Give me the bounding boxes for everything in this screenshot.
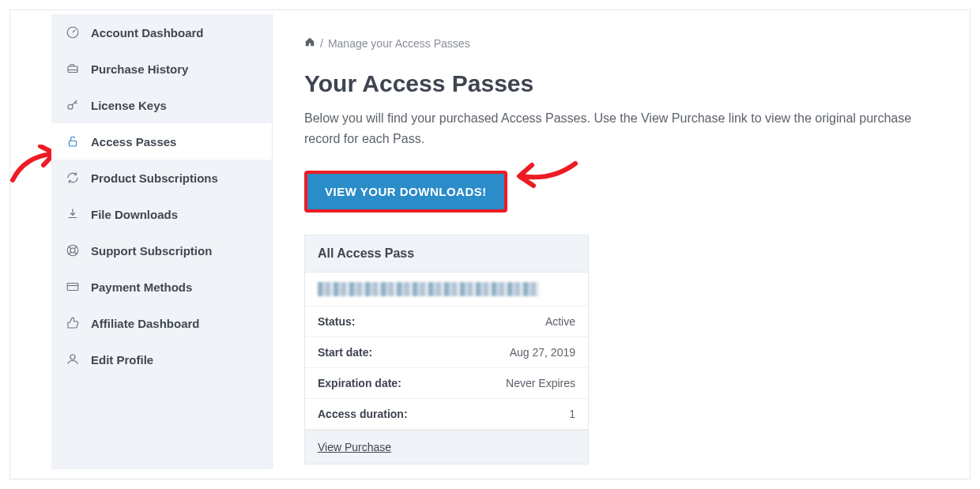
breadcrumb: / Manage your Access Passes (304, 36, 929, 50)
sidebar-item-access-passes[interactable]: Access Passes (51, 123, 272, 160)
cash-register-icon (66, 62, 80, 76)
sidebar-item-account-dashboard[interactable]: Account Dashboard (51, 14, 272, 51)
sidebar-item-label: Support Subscription (91, 244, 212, 258)
main-content: / Manage your Access Passes Your Access … (273, 14, 960, 469)
sidebar-item-label: File Downloads (91, 208, 178, 221)
page-title: Your Access Passes (304, 70, 929, 97)
key-icon (66, 98, 80, 112)
unlock-icon (66, 134, 80, 149)
pass-start-value: Aug 27, 2019 (510, 346, 575, 359)
sidebar-item-purchase-history[interactable]: Purchase History (51, 51, 272, 87)
pass-card-title: All Access Pass (305, 235, 588, 273)
user-icon (66, 352, 80, 367)
sidebar-nav: Account Dashboard Purchase History Licen… (51, 14, 273, 469)
credit-card-icon (66, 280, 80, 294)
svg-rect-6 (67, 284, 78, 291)
sidebar-item-file-downloads[interactable]: File Downloads (51, 196, 272, 232)
pass-status-value: Active (545, 315, 575, 328)
sidebar-item-label: Account Dashboard (91, 26, 204, 39)
sidebar-item-license-keys[interactable]: License Keys (51, 87, 272, 123)
breadcrumb-current: Manage your Access Passes (328, 37, 470, 50)
view-downloads-button[interactable]: VIEW YOUR DOWNLOADS! (307, 174, 504, 209)
pass-exp-label: Expiration date: (318, 377, 401, 389)
sidebar-item-support-subscription[interactable]: Support Subscription (51, 232, 272, 269)
svg-point-2 (68, 104, 73, 109)
sidebar-item-label: Access Passes (91, 135, 176, 149)
sidebar-item-label: License Keys (91, 99, 167, 112)
sidebar-item-label: Affiliate Dashboard (91, 317, 200, 330)
access-pass-card: All Access Pass Status: Active Start dat… (304, 235, 589, 465)
download-icon (66, 207, 80, 221)
page-description: Below you will find your purchased Acces… (304, 108, 929, 149)
svg-rect-1 (68, 66, 77, 73)
svg-point-5 (70, 248, 75, 253)
lifebuoy-icon (66, 243, 80, 258)
cta-highlight-box: VIEW YOUR DOWNLOADS! (304, 171, 507, 213)
pass-dur-label: Access duration: (318, 408, 408, 420)
pass-id-row (305, 273, 588, 307)
sidebar-item-label: Product Subscriptions (91, 171, 218, 185)
pass-row-duration: Access duration: 1 (305, 399, 588, 430)
sidebar-item-affiliate-dashboard[interactable]: Affiliate Dashboard (51, 305, 272, 341)
sidebar-item-label: Payment Methods (91, 280, 192, 294)
pass-exp-value: Never Expires (506, 377, 575, 389)
gauge-icon (66, 25, 80, 39)
sidebar-item-label: Purchase History (91, 62, 188, 76)
home-icon[interactable] (304, 36, 315, 50)
pass-row-expiration: Expiration date: Never Expires (305, 368, 588, 399)
sidebar-item-label: Edit Profile (91, 353, 153, 367)
pass-status-label: Status: (318, 315, 355, 328)
svg-rect-3 (70, 141, 77, 146)
refresh-icon (66, 171, 80, 185)
pass-id-blurred (318, 282, 539, 296)
thumbs-up-icon (66, 316, 80, 330)
pass-card-footer: View Purchase (305, 430, 588, 464)
sidebar-item-edit-profile[interactable]: Edit Profile (51, 341, 272, 378)
sidebar-item-product-subscriptions[interactable]: Product Subscriptions (51, 160, 272, 196)
svg-point-7 (70, 355, 75, 359)
pass-start-label: Start date: (318, 346, 372, 359)
sidebar-item-payment-methods[interactable]: Payment Methods (51, 269, 272, 305)
breadcrumb-separator: / (320, 37, 323, 50)
pass-row-start: Start date: Aug 27, 2019 (305, 337, 588, 368)
pass-dur-value: 1 (569, 408, 575, 420)
view-purchase-link[interactable]: View Purchase (318, 441, 391, 453)
pass-row-status: Status: Active (305, 307, 588, 337)
